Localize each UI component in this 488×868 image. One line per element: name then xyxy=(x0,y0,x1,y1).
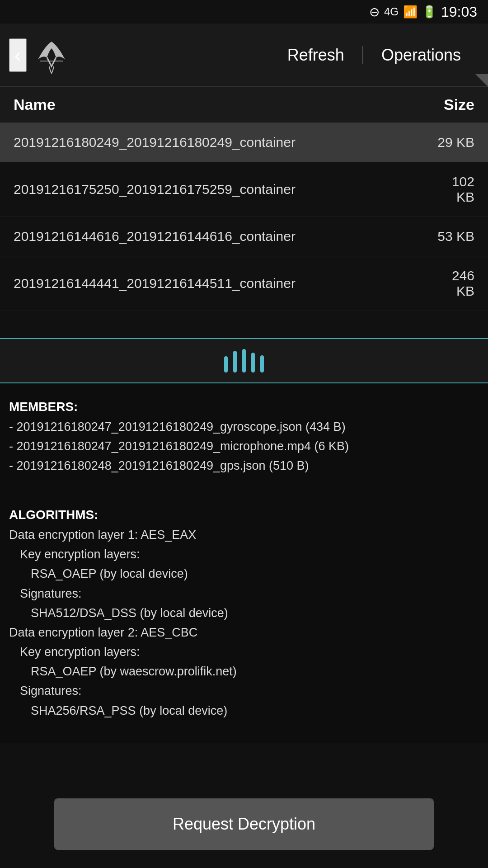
status-time: 19:03 xyxy=(441,4,477,20)
algo-line-10: SHA256/RSA_PSS (by local device) xyxy=(9,701,479,721)
drag-handle[interactable] xyxy=(0,338,488,383)
member-1: - 20191216180247_20191216180249_gyroscop… xyxy=(9,417,479,437)
member-3: - 20191216180248_20191216180249_gps.json… xyxy=(9,456,479,476)
file-size: 29 KB xyxy=(420,135,474,150)
table-row[interactable]: 20191216180249_20191216180249_container … xyxy=(0,123,488,162)
operations-button[interactable]: Operations xyxy=(363,37,479,74)
algo-line-8: RSA_OAEP (by waescrow.prolifik.net) xyxy=(9,662,479,681)
refresh-button[interactable]: Refresh xyxy=(269,37,362,74)
logo-area xyxy=(31,35,269,75)
file-size: 53 KB xyxy=(420,229,474,244)
status-bar: ⊖ 4G 📶 🔋 19:03 xyxy=(0,0,488,24)
drag-bar-1 xyxy=(224,356,228,373)
algorithms-title: ALGORITHMS: xyxy=(9,505,479,525)
table-row[interactable]: 20191216144441_20191216144511_container … xyxy=(0,256,488,311)
drag-bar-4 xyxy=(251,353,255,373)
file-name: 20191216144616_20191216144616_container xyxy=(14,229,420,244)
col-name-header: Name xyxy=(14,96,56,113)
table-row[interactable]: 20191216175250_20191216175259_container … xyxy=(0,162,488,217)
app-logo xyxy=(31,35,72,75)
drag-bar-2 xyxy=(233,351,237,373)
members-section: MEMBERS: - 20191216180247_20191216180249… xyxy=(9,397,479,476)
top-nav: ‹ Refresh Operations xyxy=(0,24,488,87)
algo-line-2: Key encryption layers: xyxy=(9,545,479,564)
algo-line-9: Signatures: xyxy=(9,681,479,701)
back-button[interactable]: ‹ xyxy=(9,38,27,72)
nav-actions: Refresh Operations xyxy=(269,37,479,74)
do-not-disturb-icon: ⊖ xyxy=(369,5,380,19)
drag-bar-3 xyxy=(242,349,246,373)
member-2: - 20191216180247_20191216180249_micropho… xyxy=(9,437,479,456)
battery-icon: 🔋 xyxy=(422,5,436,19)
drag-bar-5 xyxy=(260,355,264,373)
members-title: MEMBERS: xyxy=(9,397,479,417)
status-icons: ⊖ 4G 📶 🔋 19:03 xyxy=(369,4,477,20)
algo-line-1: Data encryption layer 1: AES_EAX xyxy=(9,525,479,545)
request-decryption-button[interactable]: Request Decryption xyxy=(54,798,434,850)
algo-line-6: Data encryption layer 2: AES_CBC xyxy=(9,623,479,642)
file-name: 20191216175250_20191216175259_container xyxy=(14,182,420,197)
file-name: 20191216144441_20191216144511_container xyxy=(14,276,420,291)
algorithms-section: ALGORITHMS: Data encryption layer 1: AES… xyxy=(9,505,479,721)
algo-line-4: Signatures: xyxy=(9,584,479,604)
signal-icon: 📶 xyxy=(403,5,418,19)
corner-indicator xyxy=(475,74,488,87)
col-size-header: Size xyxy=(444,96,474,113)
table-header: Name Size xyxy=(0,87,488,123)
algo-line-7: Key encryption layers: xyxy=(9,642,479,662)
network-4g-icon: 4G xyxy=(384,5,399,18)
bottom-btn-area: Request Decryption xyxy=(0,789,488,868)
file-name: 20191216180249_20191216180249_container xyxy=(14,135,420,150)
table-row[interactable]: 20191216144616_20191216144616_container … xyxy=(0,217,488,256)
drag-bars xyxy=(224,349,264,373)
file-list: 20191216180249_20191216180249_container … xyxy=(0,123,488,311)
file-size: 102KB xyxy=(420,174,474,205)
detail-panel: MEMBERS: - 20191216180247_20191216180249… xyxy=(0,383,488,743)
file-size: 246KB xyxy=(420,268,474,299)
algo-line-3: RSA_OAEP (by local device) xyxy=(9,564,479,584)
algo-line-5: SHA512/DSA_DSS (by local device) xyxy=(9,604,479,623)
